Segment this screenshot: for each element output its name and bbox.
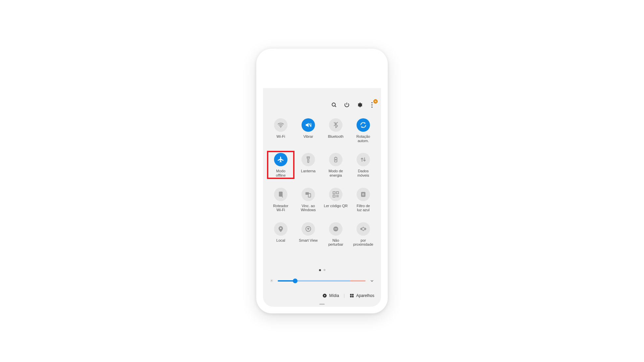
search-icon[interactable] <box>331 102 337 108</box>
play-circle-icon <box>322 293 327 298</box>
qs-tile-label: por proximidade <box>350 238 376 247</box>
phone-screen: N Wi-FiVibrarBluetoothRotação autom.Modo… <box>263 55 381 307</box>
qs-tile-label: Não perturbar <box>328 238 343 247</box>
svg-line-1 <box>335 106 336 107</box>
qs-tile-label: Ler código QR <box>324 204 348 208</box>
media-button[interactable]: Mídia <box>322 293 339 298</box>
battery-power-icon <box>329 153 342 166</box>
svg-rect-7 <box>350 294 352 296</box>
header-icons: N <box>331 102 375 108</box>
more-icon[interactable]: N <box>369 102 375 108</box>
qs-tile-vinc-windows[interactable]: Vinc. ao Windows <box>294 186 322 214</box>
qs-tile-bluetooth[interactable]: Bluetooth <box>322 116 350 144</box>
gear-icon[interactable] <box>356 102 363 108</box>
quick-settings-grid: Wi-FiVibrarBluetoothRotação autom.Modo o… <box>267 116 377 248</box>
nearby-icon <box>357 222 370 236</box>
dnd-icon <box>329 222 342 236</box>
qs-tile-proximidade[interactable]: por proximidade <box>350 220 377 248</box>
grid-icon <box>350 293 354 298</box>
qs-tile-rotacao[interactable]: Rotação autom. <box>350 116 377 144</box>
qs-tile-label: Smart View <box>299 238 318 243</box>
qs-tile-label: Vinc. ao Windows <box>301 204 316 212</box>
quick-settings-panel: N Wi-FiVibrarBluetoothRotação autom.Modo… <box>263 88 381 307</box>
svg-rect-9 <box>350 296 352 298</box>
devices-label: Aparelhos <box>356 293 374 298</box>
svg-point-0 <box>332 103 335 106</box>
wifi-icon <box>274 118 287 132</box>
qs-tile-roteador[interactable]: Roteador Wi-Fi <box>267 186 294 214</box>
flashlight-icon <box>302 153 315 166</box>
qs-tile-vibrar[interactable]: Vibrar <box>294 116 322 144</box>
qs-tile-lanterna[interactable]: Lanterna <box>294 151 322 179</box>
qs-tile-label: Modo offline <box>276 169 285 177</box>
smart-view-icon <box>302 222 315 236</box>
qs-tile-smart-view[interactable]: Smart View <box>294 220 322 248</box>
bluetooth-icon <box>329 118 342 132</box>
qs-tile-ler-qr[interactable]: Ler código QR <box>322 186 350 214</box>
pager-dot-inactive <box>324 269 325 271</box>
qs-tile-label: Rotação autom. <box>357 134 370 143</box>
qs-tile-label: Dados móveis <box>358 169 369 177</box>
brightness-row: ☀ <box>270 278 374 283</box>
brightness-slider[interactable] <box>278 280 366 282</box>
qs-tile-label: Roteador Wi-Fi <box>273 204 288 212</box>
page-indicator <box>263 269 381 271</box>
location-icon <box>274 222 287 236</box>
media-label: Mídia <box>329 293 339 298</box>
qs-tile-filtro-luz[interactable]: Filtro de luz azul <box>350 186 377 214</box>
svg-point-4 <box>371 107 372 108</box>
chevron-down-icon[interactable] <box>370 279 374 283</box>
qs-tile-label: Vibrar <box>303 134 313 139</box>
svg-point-2 <box>371 102 372 103</box>
bottom-actions: Mídia | Aparelhos <box>322 293 374 298</box>
qs-tile-label: Filtro de luz azul <box>357 204 370 212</box>
brightness-icon: ☀ <box>270 278 274 283</box>
notification-badge: N <box>373 99 378 104</box>
qs-tile-modo-energia[interactable]: Modo de energia <box>322 151 350 179</box>
power-icon[interactable] <box>343 102 350 108</box>
pager-dot-active <box>319 269 321 271</box>
airplane-icon <box>274 153 287 166</box>
rotate-icon <box>357 118 370 132</box>
svg-rect-8 <box>352 294 354 296</box>
data-arrows-icon <box>357 153 370 166</box>
phone-mockup: N Wi-FiVibrarBluetoothRotação autom.Modo… <box>256 49 388 313</box>
qs-tile-label: Modo de energia <box>329 169 343 177</box>
qs-tile-dados-moveis[interactable]: Dados móveis <box>350 151 377 179</box>
qs-tile-nao-perturbar[interactable]: Não perturbar <box>322 220 350 248</box>
hotspot-icon <box>274 188 287 201</box>
svg-point-3 <box>371 104 372 105</box>
devices-button[interactable]: Aparelhos <box>350 293 374 298</box>
qs-tile-modo-offline[interactable]: Modo offline <box>267 151 294 179</box>
link-windows-icon <box>302 188 315 201</box>
drag-handle[interactable] <box>319 304 325 305</box>
divider: | <box>344 293 345 298</box>
qs-tile-label: Bluetooth <box>328 134 343 139</box>
bluelight-icon <box>357 188 370 201</box>
qs-tile-label: Lanterna <box>301 169 315 173</box>
qs-tile-label: Local <box>276 238 285 243</box>
qs-tile-wifi[interactable]: Wi-Fi <box>267 116 294 144</box>
qs-tile-label: Wi-Fi <box>276 134 285 139</box>
volume-vibrate-icon <box>302 118 315 132</box>
qr-icon <box>329 188 342 201</box>
qs-tile-local[interactable]: Local <box>267 220 294 248</box>
svg-rect-10 <box>352 296 354 298</box>
